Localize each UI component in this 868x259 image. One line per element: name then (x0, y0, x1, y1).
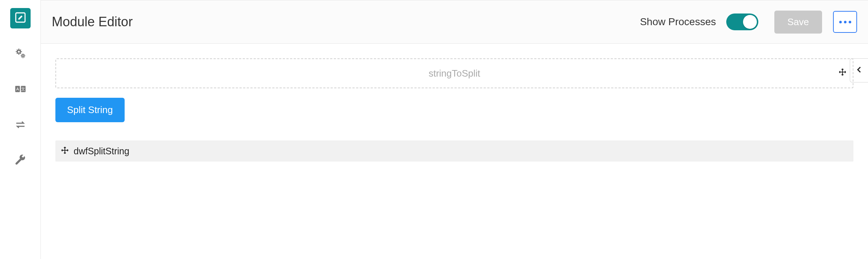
input-placeholder: stringToSplit (429, 68, 480, 79)
toggle-knob (743, 15, 757, 29)
page-title: Module Editor (52, 14, 133, 30)
edit-box-icon (14, 11, 27, 25)
dot-icon (844, 21, 847, 23)
chevron-left-icon (855, 65, 864, 76)
move-icon[interactable] (60, 146, 69, 156)
move-icon[interactable] (838, 68, 847, 79)
input-drop-zone[interactable]: stringToSplit (55, 58, 853, 88)
svg-text:文: 文 (21, 87, 25, 91)
dot-icon (849, 21, 851, 23)
show-processes-label: Show Processes (640, 16, 716, 28)
more-menu-button[interactable] (833, 11, 857, 33)
split-string-button[interactable]: Split String (55, 98, 125, 122)
save-button[interactable]: Save (774, 11, 822, 34)
dot-icon (839, 21, 842, 23)
svg-text:A: A (16, 87, 19, 91)
svg-point-2 (18, 51, 20, 53)
sidebar-item-tools[interactable] (10, 151, 31, 171)
wrench-icon (14, 154, 27, 168)
header: Module Editor Show Processes Save (41, 0, 868, 44)
sidebar-item-transfer[interactable] (10, 115, 31, 136)
svg-point-4 (22, 55, 23, 56)
sidebar-item-settings[interactable] (10, 44, 31, 64)
arrows-horizontal-icon (14, 119, 27, 132)
editor-canvas: stringToSplit Split String dwfSplitStrin… (41, 44, 868, 259)
sidebar-item-editor[interactable] (10, 8, 31, 28)
sidebar-item-localization[interactable]: A 文 (10, 80, 31, 100)
gears-icon (14, 47, 27, 61)
result-row[interactable]: dwfSplitString (55, 140, 853, 162)
translate-icon: A 文 (14, 83, 27, 97)
show-processes-toggle[interactable] (726, 13, 758, 30)
main-area: Module Editor Show Processes Save string… (41, 0, 868, 259)
result-label: dwfSplitString (74, 146, 129, 156)
sidebar: A 文 (0, 0, 41, 259)
